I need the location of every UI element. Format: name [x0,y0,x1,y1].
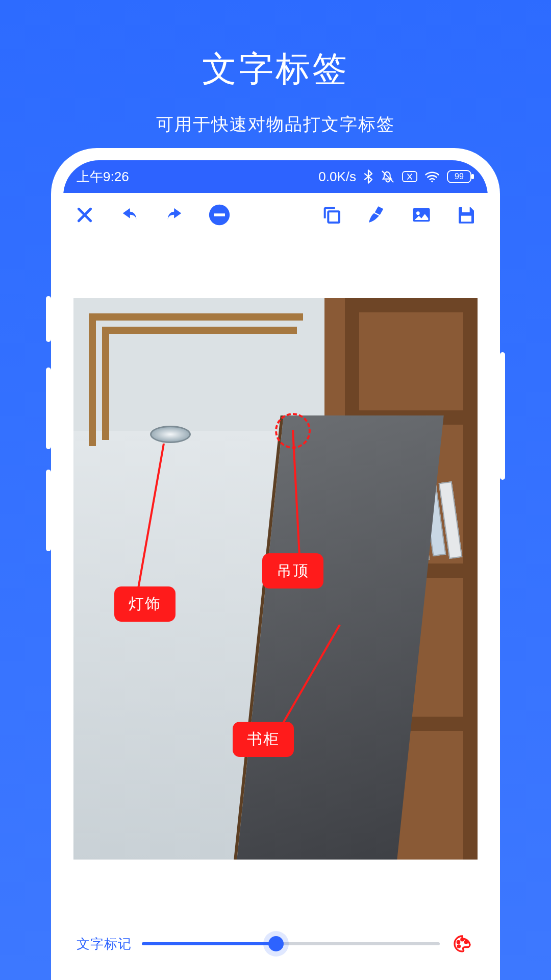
palette-button[interactable] [450,932,474,956]
svg-rect-10 [462,207,470,212]
mute-icon [381,169,395,184]
footer-bar: 文字标记 [73,926,478,962]
bluetooth-icon [363,169,373,184]
save-button[interactable] [454,203,479,227]
phone-frame: 上午9:26 0.0K/s 99 [51,148,500,980]
mode-label[interactable]: 文字标记 [77,935,132,953]
svg-rect-11 [461,216,471,222]
editor-toolbar [63,193,488,237]
battery-icon: 99 [447,170,474,183]
redo-button[interactable] [162,203,187,227]
svg-rect-6 [214,213,225,216]
svg-point-15 [458,945,460,947]
annotation-tag-ceiling[interactable]: 吊顶 [262,553,323,589]
svg-point-14 [465,941,467,943]
wifi-icon [424,170,440,183]
promo-title: 文字标签 [0,0,551,92]
close-button[interactable] [72,203,97,227]
svg-rect-3 [471,174,474,179]
phone-screen: 上午9:26 0.0K/s 99 [63,160,488,980]
svg-text:99: 99 [455,172,464,181]
status-bar: 上午9:26 0.0K/s 99 [63,160,488,193]
svg-point-13 [461,939,463,941]
phone-side-button [46,296,51,342]
size-slider[interactable] [142,934,440,954]
undo-button[interactable] [117,203,142,227]
phone-side-button [46,470,51,551]
close-box-icon [402,171,417,182]
phone-side-button [500,352,505,480]
copy-button[interactable] [319,203,344,227]
phone-side-button [46,368,51,449]
svg-rect-7 [328,211,339,223]
annotation-tag-shelf[interactable]: 书柜 [233,722,294,757]
annotation-tag-lamp[interactable]: 灯饰 [114,586,176,622]
canvas-area: 灯饰 吊顶 书柜 [63,298,488,860]
photo-canvas[interactable]: 灯饰 吊顶 书柜 [73,298,478,860]
svg-point-12 [457,941,459,943]
status-time: 上午9:26 [77,168,129,186]
promo-subtitle: 可用于快速对物品打文字标签 [0,113,551,136]
svg-point-9 [416,211,420,215]
image-button[interactable] [409,203,434,227]
photo-lamp [150,426,191,443]
photo-ceiling-trim [89,313,303,446]
clean-button[interactable] [364,203,389,227]
svg-point-1 [431,181,433,183]
status-netspeed: 0.0K/s [318,169,356,185]
zoom-out-button[interactable] [207,203,232,227]
